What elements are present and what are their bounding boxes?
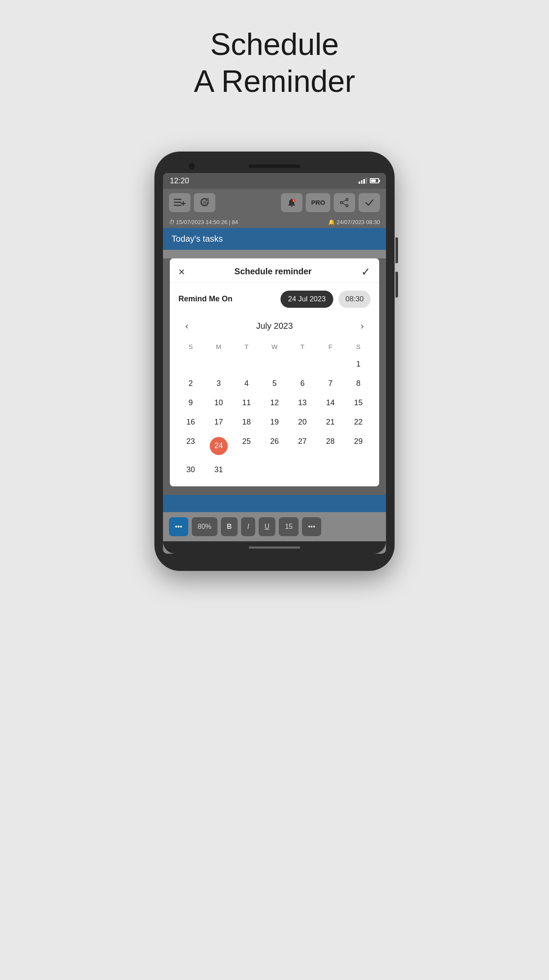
phone-side-button-2 [395, 272, 398, 297]
svg-rect-2 [174, 205, 181, 206]
dialog-close-button[interactable]: × [178, 266, 185, 277]
dialog-confirm-button[interactable]: ✓ [361, 266, 371, 277]
date-pill[interactable]: 24 Jul 2023 [281, 291, 334, 308]
cal-day-20[interactable]: 20 [289, 413, 317, 432]
status-bar: 12:20 [163, 173, 386, 189]
phone-side-button-1 [395, 237, 398, 263]
cal-day-6[interactable]: 6 [289, 374, 317, 393]
cal-day-1[interactable]: 1 [344, 355, 372, 374]
cal-day-25[interactable]: 25 [232, 432, 260, 460]
svg-rect-0 [174, 199, 181, 200]
status-icons [359, 178, 379, 184]
cal-day-28[interactable]: 28 [317, 432, 344, 460]
cal-day-9[interactable]: 9 [177, 393, 205, 413]
cal-day-4[interactable]: 4 [232, 374, 260, 393]
cal-cell-empty [317, 460, 344, 479]
cal-cell-empty [177, 355, 205, 374]
cal-day-29[interactable]: 29 [344, 432, 372, 460]
italic-button[interactable]: I [241, 517, 255, 536]
signal-icon [359, 178, 367, 184]
cal-day-18[interactable]: 18 [232, 413, 260, 432]
cal-day-3[interactable]: 3 [205, 374, 232, 393]
calendar-month-label: July 2023 [256, 321, 293, 331]
new-task-button[interactable] [169, 193, 190, 212]
svg-line-11 [342, 200, 346, 202]
reminder-dialog: × Schedule reminder ✓ Remind Me On 24 Ju… [170, 258, 379, 486]
app-info-bar: ⏱ 15/07/2023 14:50:26 | 84 🔔 24/07/2023 … [163, 216, 386, 228]
cal-day-10[interactable]: 10 [205, 393, 232, 413]
day-header-sat: S [344, 340, 372, 355]
confirm-button[interactable] [359, 193, 380, 212]
phone-screen: 12:20 [163, 173, 386, 554]
cal-day-24[interactable]: 24 [205, 432, 232, 460]
cal-cell-empty [260, 460, 288, 479]
phone-camera [189, 163, 195, 169]
cal-cell-empty [232, 355, 260, 374]
day-header-mon: M [205, 340, 232, 355]
battery-icon [370, 178, 379, 183]
dialog-title: Schedule reminder [235, 267, 312, 276]
remind-me-on-row: Remind Me On 24 Jul 2023 08:30 [170, 283, 379, 316]
dots-active-button[interactable]: ••• [169, 517, 188, 536]
bell-alert-button[interactable]: ! [281, 193, 302, 212]
refresh-button[interactable]: R [194, 193, 215, 212]
cal-day-27[interactable]: 27 [289, 432, 317, 460]
home-indicator [163, 541, 386, 554]
cal-day-15[interactable]: 15 [344, 393, 372, 413]
calendar-nav: ‹ July 2023 › [177, 316, 372, 340]
cal-day-2[interactable]: 2 [177, 374, 205, 393]
page-title: Schedule A Reminder [194, 26, 355, 100]
svg-rect-1 [174, 202, 181, 203]
home-bar [249, 546, 300, 549]
day-header-wed: W [260, 340, 288, 355]
underline-button[interactable]: U [259, 517, 276, 536]
phone-frame: 12:20 [154, 126, 395, 571]
cal-day-30[interactable]: 30 [177, 460, 205, 479]
cal-day-7[interactable]: 7 [317, 374, 344, 393]
svg-point-8 [346, 198, 348, 200]
share-button[interactable] [334, 193, 355, 212]
cal-day-23[interactable]: 23 [177, 432, 205, 460]
cal-day-19[interactable]: 19 [260, 413, 288, 432]
prev-month-button[interactable]: ‹ [181, 319, 193, 334]
svg-text:R: R [203, 200, 206, 205]
percent-button[interactable]: 80% [192, 517, 217, 536]
cal-day-16[interactable]: 16 [177, 413, 205, 432]
cal-day-5[interactable]: 5 [260, 374, 288, 393]
cal-cell-empty [289, 355, 317, 374]
cal-day-17[interactable]: 17 [205, 413, 232, 432]
cal-day-11[interactable]: 11 [232, 393, 260, 413]
svg-line-12 [342, 203, 346, 205]
cal-day-13[interactable]: 13 [289, 393, 317, 413]
next-month-button[interactable]: › [356, 319, 368, 334]
cal-day-21[interactable]: 21 [317, 413, 344, 432]
calendar-grid: S M T W T F S [177, 340, 372, 479]
calendar: ‹ July 2023 › S M T W T F S [170, 316, 379, 486]
info-left: ⏱ 15/07/2023 14:50:26 | 84 [169, 219, 238, 225]
modal-overlay: × Schedule reminder ✓ Remind Me On 24 Ju… [163, 258, 386, 512]
time-pill[interactable]: 08:30 [338, 291, 371, 308]
svg-point-10 [341, 201, 343, 203]
cal-cell-empty [260, 355, 288, 374]
status-time: 12:20 [170, 176, 189, 185]
tasks-bar: Today's tasks [163, 228, 386, 250]
cal-day-26[interactable]: 26 [260, 432, 288, 460]
pro-button[interactable]: PRO [306, 193, 330, 212]
blue-bottom-bar [163, 495, 386, 512]
cal-cell-empty [289, 460, 317, 479]
cal-cell-empty [317, 355, 344, 374]
cal-day-31[interactable]: 31 [205, 460, 232, 479]
svg-rect-4 [181, 203, 186, 204]
cal-day-12[interactable]: 12 [260, 393, 288, 413]
day-header-sun: S [177, 340, 205, 355]
font-size-button[interactable]: 15 [279, 517, 299, 536]
svg-point-9 [346, 204, 348, 206]
cal-day-14[interactable]: 14 [317, 393, 344, 413]
bold-button[interactable]: B [221, 517, 238, 536]
app-toolbar: R ! PRO [163, 189, 386, 216]
cal-day-8[interactable]: 8 [344, 374, 372, 393]
more-options-button[interactable]: ••• [302, 517, 321, 536]
cal-cell-empty [205, 355, 232, 374]
cal-day-22[interactable]: 22 [344, 413, 372, 432]
dialog-header: × Schedule reminder ✓ [170, 258, 379, 283]
